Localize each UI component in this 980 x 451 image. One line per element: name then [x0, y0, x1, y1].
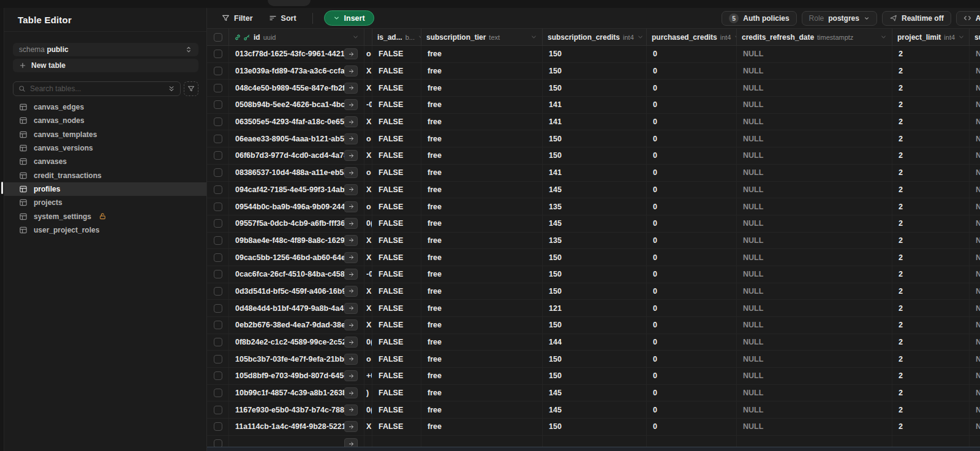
cell-purchased_credits[interactable]: 0: [647, 63, 737, 80]
cell-clipped[interactable]: -0: [364, 97, 372, 113]
cell-su[interactable]: NU: [970, 266, 980, 283]
cell-purchased_credits[interactable]: 0: [647, 80, 737, 96]
cell-purchased_credits[interactable]: 0: [647, 46, 737, 62]
expand-row-button[interactable]: [344, 421, 358, 432]
cell-select[interactable]: [207, 334, 229, 351]
column-header-id[interactable]: iduuid: [229, 29, 364, 45]
cell-subscription_credits[interactable]: 145: [543, 401, 647, 418]
sidebar-item-canvas_edges[interactable]: canvas_edges: [4, 100, 206, 114]
cell-credits_refresh_date[interactable]: NULL: [737, 401, 892, 418]
column-header-purchased_credits[interactable]: purchased_creditsint4: [647, 29, 737, 45]
sidebar-item-canvas_versions[interactable]: canvas_versions: [4, 141, 206, 155]
cell-select[interactable]: [207, 317, 229, 334]
cell-su[interactable]: NU: [970, 419, 980, 435]
cell-purchased_credits[interactable]: 0: [647, 385, 737, 401]
expand-row-button[interactable]: [344, 65, 358, 76]
cell-select[interactable]: [207, 300, 229, 316]
cell-su[interactable]: NU: [970, 385, 980, 401]
sidebar-item-profiles[interactable]: profiles: [4, 182, 206, 196]
cell-credits_refresh_date[interactable]: NULL: [737, 182, 892, 198]
cell-clipped[interactable]: X: [364, 283, 372, 300]
cell-subscription_credits[interactable]: 121: [543, 300, 647, 316]
cell-credits_refresh_date[interactable]: NULL: [737, 419, 892, 435]
row-checkbox[interactable]: [214, 406, 222, 414]
cell-clipped[interactable]: X: [364, 249, 372, 266]
cell-su[interactable]: NU: [970, 46, 980, 62]
cell-subscription_credits[interactable]: 150: [543, 368, 647, 384]
row-checkbox[interactable]: [214, 185, 222, 194]
cell-is_admin[interactable]: FALSE: [372, 351, 421, 367]
cell-credits_refresh_date[interactable]: NULL: [737, 114, 892, 130]
cell-credits_refresh_date[interactable]: NULL: [737, 266, 892, 283]
realtime-toggle-button[interactable]: Realtime off: [882, 11, 951, 26]
cell-subscription_tier[interactable]: free: [421, 233, 543, 249]
column-menu-chevron-icon[interactable]: [530, 34, 537, 40]
cell-subscription_credits[interactable]: 135: [543, 233, 647, 249]
cell-subscription_tier[interactable]: free: [421, 334, 543, 351]
expand-row-button[interactable]: [344, 387, 358, 398]
cell-is_admin[interactable]: FALSE: [372, 401, 421, 418]
cell-subscription_credits[interactable]: 141: [543, 114, 647, 130]
cell-select[interactable]: [207, 215, 229, 232]
cell-is_admin[interactable]: FALSE: [372, 97, 421, 113]
row-checkbox[interactable]: [214, 135, 222, 143]
cell-credits_refresh_date[interactable]: NULL: [737, 233, 892, 249]
cell-select[interactable]: [207, 419, 229, 435]
column-header-su[interactable]: su: [970, 29, 980, 45]
cell-credits_refresh_date[interactable]: NULL: [737, 97, 892, 113]
sidebar-item-user_project_roles[interactable]: user_project_roles: [4, 223, 206, 237]
cell-select[interactable]: [207, 63, 229, 80]
cell-purchased_credits[interactable]: 0: [647, 233, 737, 249]
cell-id[interactable]: 105bc3b7-03fe-4e7f-9efa-21bb40...: [229, 351, 364, 367]
cell-credits_refresh_date[interactable]: NULL: [737, 147, 892, 164]
cell-is_admin[interactable]: FALSE: [372, 419, 421, 435]
cell-project_limit[interactable]: 2: [892, 317, 970, 334]
cell-clipped[interactable]: o: [364, 46, 372, 62]
cell-subscription_tier[interactable]: free: [421, 97, 543, 113]
cell-purchased_credits[interactable]: 0: [647, 215, 737, 232]
cell-purchased_credits[interactable]: 0: [647, 401, 737, 418]
cell-is_admin[interactable]: FALSE: [372, 182, 421, 198]
cell-id[interactable]: 09544b0c-ba9b-496a-9b09-244...: [229, 198, 364, 215]
cell-credits_refresh_date[interactable]: NULL: [737, 80, 892, 96]
cell-is_admin[interactable]: FALSE: [372, 266, 421, 283]
cell-id[interactable]: 048c4e50-b989-455e-847e-fb2f...: [229, 80, 364, 96]
cell-project_limit[interactable]: 2: [892, 401, 970, 418]
cell-subscription_credits[interactable]: 150: [543, 351, 647, 367]
cell-is_admin[interactable]: FALSE: [372, 249, 421, 266]
sidebar-item-credit_transactions[interactable]: credit_transactions: [4, 168, 206, 182]
cell-id[interactable]: 06eaee33-8905-4aaa-b121-ab552...: [229, 130, 364, 147]
cell-clipped[interactable]: X: [364, 80, 372, 96]
cell-id[interactable]: 0f8b24e2-c1c2-4589-99ce-2c52d...: [229, 334, 364, 351]
cell-subscription_credits[interactable]: 150: [543, 283, 647, 300]
expand-row-button[interactable]: [344, 116, 358, 127]
table-filter-button[interactable]: [184, 81, 198, 96]
column-header-project_limit[interactable]: project_limitint4: [892, 29, 970, 45]
cell-subscription_credits[interactable]: 141: [543, 97, 647, 113]
cell-subscription_tier[interactable]: free: [421, 351, 543, 367]
cell-su[interactable]: NU: [970, 198, 980, 215]
cell-su[interactable]: NU: [970, 300, 980, 316]
cell-project_limit[interactable]: 2: [892, 351, 970, 367]
expand-row-button[interactable]: [344, 252, 358, 263]
cell-select[interactable]: [207, 233, 229, 249]
cell-purchased_credits[interactable]: 0: [647, 334, 737, 351]
search-input[interactable]: Search tables...: [13, 81, 181, 96]
cell-subscription_tier[interactable]: free: [421, 147, 543, 164]
cell-project_limit[interactable]: 2: [892, 97, 970, 113]
row-checkbox[interactable]: [214, 389, 222, 397]
cell-su[interactable]: NU: [970, 114, 980, 130]
cell-project_limit[interactable]: 2: [892, 198, 970, 215]
cell-credits_refresh_date[interactable]: NULL: [737, 334, 892, 351]
expand-row-button[interactable]: [344, 404, 358, 416]
cell-credits_refresh_date[interactable]: NULL: [737, 165, 892, 181]
cell-project_limit[interactable]: 2: [892, 419, 970, 435]
row-checkbox[interactable]: [214, 236, 222, 245]
cell-subscription_tier[interactable]: free: [421, 283, 543, 300]
cell-project_limit[interactable]: 2: [892, 147, 970, 164]
cell-credits_refresh_date[interactable]: NULL: [737, 283, 892, 300]
cell-id[interactable]: 0cac6fca-26cf-4510-84ba-c4580...: [229, 266, 364, 283]
cell-subscription_tier[interactable]: free: [421, 80, 543, 96]
sidebar-item-system_settings[interactable]: system_settings: [4, 209, 206, 223]
cell-clipped[interactable]: +0: [364, 368, 372, 384]
